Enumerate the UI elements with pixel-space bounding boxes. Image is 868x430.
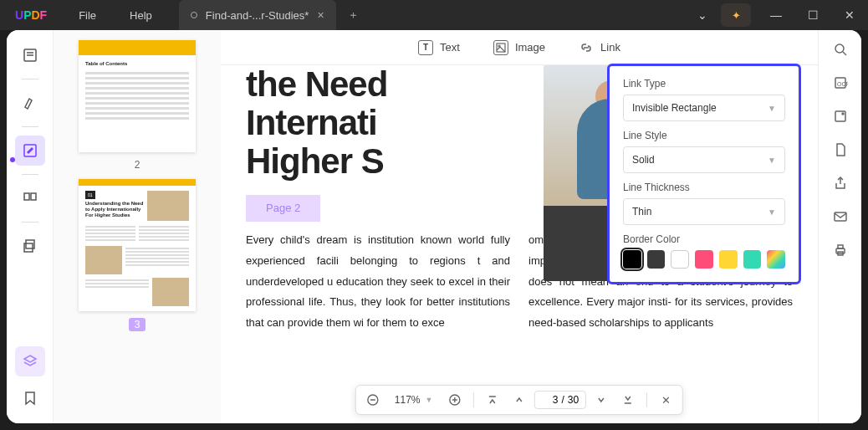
- svg-text:OCR: OCR: [837, 81, 848, 87]
- swatch-yellow[interactable]: [719, 250, 738, 269]
- app-logo: UPDF: [0, 8, 62, 22]
- menu-help[interactable]: Help: [113, 9, 169, 22]
- print-icon[interactable]: [831, 241, 850, 259]
- page-tool-icon[interactable]: [831, 141, 850, 159]
- swatch-teal[interactable]: [743, 250, 762, 269]
- document-tab[interactable]: Find-and-...r-Studies* ×: [179, 0, 336, 30]
- line-style-label: Line Style: [623, 130, 785, 141]
- dropdown-icon[interactable]: ⌄: [684, 0, 721, 30]
- highlight-tool-icon[interactable]: [15, 88, 45, 118]
- line-thickness-value: Thin: [632, 206, 651, 218]
- svg-rect-5: [31, 193, 36, 200]
- swatch-dark-grey[interactable]: [647, 250, 666, 269]
- image-tool[interactable]: Image: [493, 40, 545, 55]
- link-properties-popup: Link Type Invisible Rectangle▼ Line Styl…: [607, 64, 801, 284]
- page-thumbnail-3[interactable]: 01 Understanding the Need to Apply Inter…: [79, 179, 196, 312]
- text-icon: T: [418, 40, 433, 55]
- next-page-button[interactable]: [590, 388, 613, 412]
- tab-close-icon[interactable]: ×: [317, 8, 324, 22]
- close-button[interactable]: ✕: [831, 0, 868, 30]
- link-tool[interactable]: Link: [579, 40, 620, 55]
- minimize-button[interactable]: —: [758, 0, 794, 30]
- page-current-input[interactable]: [541, 394, 558, 406]
- menu-file[interactable]: File: [62, 9, 113, 22]
- right-tool-rail: OCR: [818, 30, 861, 423]
- zoom-level: 117%: [395, 394, 421, 406]
- border-color-label: Border Color: [623, 233, 785, 245]
- ai-sparkle-icon[interactable]: ✦: [721, 3, 751, 27]
- color-swatches: [623, 250, 785, 269]
- organize-tool-icon[interactable]: [15, 183, 45, 213]
- mail-icon[interactable]: [831, 207, 850, 226]
- page-total: 30: [568, 394, 579, 406]
- edit-toolbar: TText Image Link: [221, 30, 818, 65]
- link-type-label: Link Type: [623, 78, 785, 90]
- line-thickness-select[interactable]: Thin▼: [623, 198, 785, 225]
- left-tool-rail: [7, 30, 54, 423]
- link-type-select[interactable]: Invisible Rectangle▼: [623, 95, 785, 121]
- svg-rect-24: [835, 212, 846, 221]
- line-thickness-label: Line Thickness: [623, 182, 785, 193]
- svg-point-18: [835, 44, 844, 53]
- swatch-gradient[interactable]: [767, 250, 785, 269]
- add-tab-button[interactable]: ＋: [336, 8, 370, 23]
- bookmark-icon[interactable]: [15, 383, 45, 413]
- reader-tool-icon[interactable]: [15, 40, 45, 70]
- page-badge: Page 2: [246, 195, 320, 223]
- zoom-in-button[interactable]: [442, 388, 466, 412]
- tab-indicator-icon: [191, 12, 197, 18]
- link-type-value: Invisible Rectangle: [632, 102, 717, 114]
- page-thumbnail-2[interactable]: Table of Contents: [79, 40, 196, 152]
- tab-title: Find-and-...r-Studies*: [206, 9, 309, 22]
- svg-line-19: [843, 52, 846, 55]
- first-page-button[interactable]: [480, 388, 503, 412]
- svg-rect-4: [24, 193, 29, 200]
- svg-rect-26: [838, 245, 843, 248]
- thumb-label-2: 2: [64, 159, 211, 171]
- swatch-black[interactable]: [623, 250, 641, 269]
- caret-down-icon: ▼: [768, 104, 776, 113]
- share-icon[interactable]: [831, 174, 850, 192]
- text-tool[interactable]: TText: [418, 40, 460, 55]
- svg-point-23: [842, 113, 844, 115]
- caret-down-icon: ▼: [768, 207, 776, 217]
- link-tool-label: Link: [600, 41, 620, 54]
- bottom-toolbar: 117%▼ / 30 ✕: [355, 385, 683, 415]
- close-toolbar-button[interactable]: ✕: [654, 388, 677, 412]
- edit-tool-icon[interactable]: [15, 136, 45, 166]
- image-tool-label: Image: [515, 41, 545, 54]
- line-style-select[interactable]: Solid▼: [623, 146, 785, 173]
- page-indicator: / 30: [534, 391, 586, 409]
- link-icon: [579, 40, 594, 55]
- zoom-out-button[interactable]: [361, 388, 385, 412]
- thumb-toc-title: Table of Contents: [85, 60, 189, 69]
- swatch-white[interactable]: [671, 250, 689, 269]
- last-page-button[interactable]: [616, 388, 640, 412]
- caret-down-icon: ▼: [768, 156, 776, 165]
- thumb-label-3: 3: [129, 318, 146, 331]
- ocr-icon[interactable]: OCR: [831, 74, 850, 92]
- thumb-chapter: 01: [85, 191, 95, 199]
- doc-column-left: Every child's dream is institution known…: [246, 230, 510, 333]
- search-icon[interactable]: [831, 40, 850, 59]
- page-sep: /: [561, 394, 564, 406]
- thumb-heading: Understanding the Need to Apply Internat…: [85, 201, 144, 219]
- maximize-button[interactable]: ☐: [794, 0, 831, 30]
- thumbnail-panel: Table of Contents 2 01 Understanding the…: [54, 30, 221, 423]
- swatch-pink[interactable]: [695, 250, 713, 269]
- crop-icon[interactable]: [831, 107, 850, 125]
- prev-page-button[interactable]: [507, 388, 530, 412]
- line-style-value: Solid: [632, 154, 655, 166]
- convert-tool-icon[interactable]: [15, 231, 45, 261]
- text-tool-label: Text: [440, 41, 460, 54]
- zoom-caret-icon[interactable]: ▼: [426, 396, 433, 404]
- layers-icon[interactable]: [15, 346, 45, 376]
- image-icon: [493, 40, 508, 55]
